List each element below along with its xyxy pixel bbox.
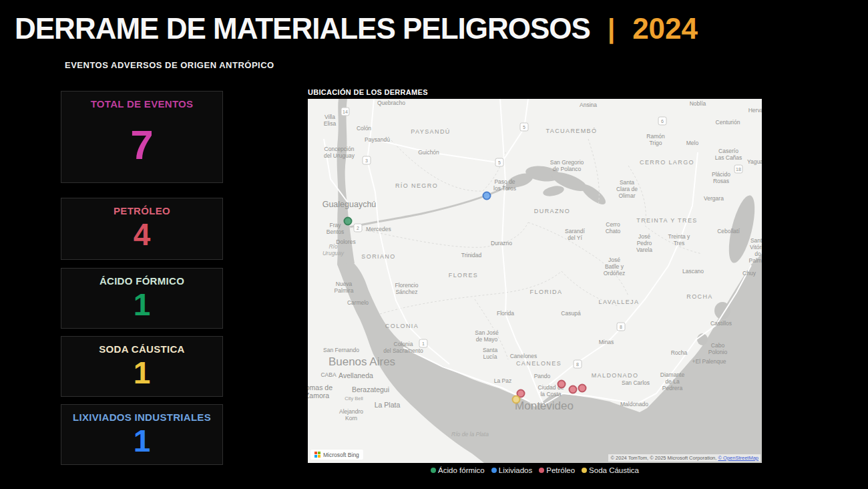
map-label: Florida [497,310,514,317]
map-point-petroleo[interactable] [558,380,566,389]
map-label: Caserío Las Cañas [715,148,742,161]
map-label: Ansina [580,102,597,108]
kpi-value: 1 [61,357,222,388]
legend-item[interactable]: Ácido fórmico [431,466,485,474]
map-label: Gualeguaychú [322,200,377,210]
legend-dot-icon [539,468,544,473]
legend-item[interactable]: Lixiviados [491,466,533,474]
map-label: Herval [748,107,762,114]
openstreetmap-link[interactable]: © OpenStreetMap [718,455,758,461]
map-label: Nueva Palmira [335,281,354,294]
map-label: Yaguarón [747,158,762,165]
map-label: PAYSANDÚ [411,128,450,136]
kpi-value: 1 [61,289,222,320]
map-label: SORIANO [361,253,395,261]
map-label: Avellaneda [339,371,373,379]
map-label: CERRO LARGO [640,159,694,166]
map-label: Quebracho [377,100,405,106]
map-label: Cabo Polonio [708,342,727,355]
map-label: RÍO NEGRO [395,182,438,190]
legend-item[interactable]: Petróleo [539,466,575,474]
microsoft-logo-square [318,455,320,458]
map-label: Fray Bentos [327,222,344,235]
map-label: CANELONES [516,360,562,367]
map-label: San Carlos [622,379,650,386]
map-label: Treinta y Tres [668,233,690,247]
map-label: La Plata [375,401,401,409]
map-label: Trinidad [461,252,481,259]
kpi-card-soda-caustica[interactable]: SODA CÁUSTICA 1 [61,336,223,397]
kpi-value: 7 [61,124,222,166]
kpi-card-lixiviados[interactable]: LIXIVIADOS INDUSTRIALES 1 [61,404,223,465]
map-label: Concepción del Uruguay [324,146,355,159]
map-label: +El Palenque [692,358,726,365]
map-label: Durazno [491,240,512,247]
legend-label: Ácido fórmico [438,466,485,474]
map-label: FLORES [449,272,478,279]
route-shield: 5 [495,158,504,167]
map-point-acido-formico[interactable] [344,217,353,226]
route-shield: 18 [734,165,743,174]
route-shield: 8 [574,360,582,369]
map-label: José Batlle y Ordóñez [604,257,626,277]
legend-dot-icon [431,468,436,473]
kpi-title: LIXIVIADOS INDUSTRIALES [61,405,222,423]
map-label: Berazategui [352,385,389,393]
page-title: DERRAME DE MATERIALES PELIGROSOS [15,12,590,45]
map-label: Cerro Chato [606,221,621,234]
route-shield: 14 [341,108,350,116]
microsoft-logo-square [318,452,320,454]
map-label: Dolores [336,238,355,245]
map-label: Noblía [690,100,706,107]
map-label: City Bell [345,396,363,402]
kpi-card-petroleo[interactable]: PETRÓLEO 4 [61,198,223,260]
title-year: 2024 [632,12,698,45]
map-label: LAVALLEJA [599,299,640,306]
bing-logo-label: Microsoft Bing [323,452,359,458]
map-label: Vergara [704,195,724,202]
map-label: Buenos Aires [329,355,395,369]
map-label: DURAZNO [534,208,570,215]
map-title: UBICACIÓN DE LOS DERRAMES [308,88,428,96]
kpi-card-acido-formico[interactable]: ÁCIDO FÓRMICO 1 [61,268,223,329]
map-legend: Ácido fórmicoLixiviadosPetróleoSoda Cáus… [308,466,762,474]
map-label: TREINTA Y TRES [636,217,697,224]
map-label: Montevideo [515,399,574,413]
route-shield: 3 [363,156,371,165]
map-label: San Fernando [323,347,359,353]
map-label-layer: QuebrachoVilla ElisaColónPaysandúPAYSAND… [308,99,762,463]
route-shield: 8 [617,323,626,331]
page-header: DERRAME DE MATERIALES PELIGROSOS | 2024 [15,12,698,45]
map-label: San Gregorio de Polanco [550,159,584,172]
microsoft-logo-icon [314,452,320,458]
map-label: Minas [599,339,614,345]
bing-logo[interactable]: Microsoft Bing [310,450,363,460]
map-label: Castillos [710,320,732,327]
map-label: Diamante de La Pedrera [660,371,684,391]
map-label: MALDONADO [592,372,639,379]
map-canvas[interactable]: QuebrachoVilla ElisaColónPaysandúPAYSAND… [308,99,762,463]
map-point-petroleo[interactable] [578,384,587,393]
kpi-title: SODA CÁUSTICA [61,337,222,355]
map-label: Río de la Plata [451,431,489,438]
map-label: Carmelo [347,299,369,306]
map-point-petroleo[interactable] [569,385,578,394]
map-label: Florencio Sánchez [395,282,419,295]
map-label: José Pedro Varela [636,233,652,253]
map-point-lixiviados[interactable] [483,192,491,200]
attribution-text: © 2024 TomTom, © 2025 Microsoft Corporat… [610,455,718,461]
map-label: Lomas de Zamora [308,383,333,400]
legend-item[interactable]: Soda Cáustica [582,466,639,474]
map-label: Canelones [510,353,537,359]
route-shield: 6 [658,117,667,126]
map-label: Centurión [716,119,740,126]
kpi-value: 4 [61,219,222,250]
map-label: Paso de los Toros [493,178,516,192]
map-label: Chuy [742,270,756,277]
map-label: CABA [320,371,336,378]
map-point-soda-caustica[interactable] [512,395,521,404]
legend-dot-icon [491,468,497,473]
kpi-card-total-eventos[interactable]: TOTAL DE EVENTOS 7 [61,91,223,183]
map-label: San José de Mayo [475,329,498,343]
microsoft-logo-square [314,452,317,454]
